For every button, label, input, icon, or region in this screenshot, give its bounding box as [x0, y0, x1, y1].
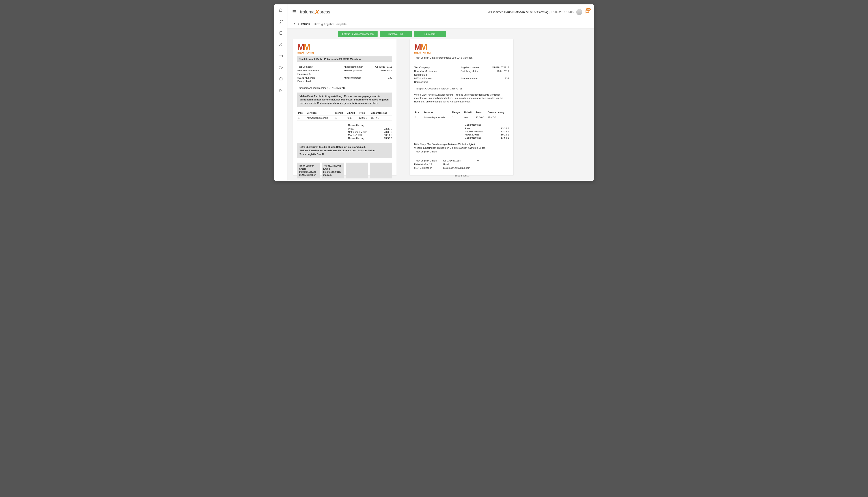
action-bar: Entwurf in Vorschau ansehen Vorschau PDF…	[288, 29, 594, 39]
sidebar-users[interactable]	[274, 39, 287, 50]
footer-text-field[interactable]: Bitte überprüfen Sie die obigen Daten au…	[297, 143, 392, 158]
hamburger-icon	[292, 9, 297, 14]
welcome-text: Willkommen Boris Olofsson heute ist Sams…	[488, 10, 574, 14]
footer-box-1[interactable]: Truck Logistik GmbHPetzetstraße, 2981245…	[297, 162, 320, 179]
svg-point-7	[280, 68, 280, 69]
meta-block: Angebotsnummer:OF4181572715 Erstellungsd…	[344, 65, 392, 83]
card-icon	[279, 54, 283, 58]
items-table: Pos.ServicesMengeEinheitPreisGesamtbetra…	[297, 110, 392, 120]
footer-contact: Truck Logistik GmbHPetzetstraße, 2981245…	[414, 159, 509, 170]
document-preview: MM maximoving Truck Logistik GmbH Petzet…	[410, 39, 513, 175]
briefcase-icon	[279, 77, 283, 81]
grid-icon	[279, 19, 283, 24]
brand-logo[interactable]: tralumaXpress	[300, 9, 330, 15]
svg-point-4	[280, 43, 281, 44]
table-row: 1Aufwandspauschale1Item13,00 €15,47 €	[414, 115, 509, 120]
sidebar-jobs[interactable]	[274, 73, 287, 85]
company-logo: MM maximoving	[297, 44, 392, 54]
back-label: ZURÜCK	[298, 23, 311, 26]
company-logo: MM maximoving	[414, 44, 509, 54]
svg-point-12	[281, 90, 282, 91]
back-button[interactable]: ZURÜCK	[293, 23, 311, 26]
page-number: Seite 1 von 1	[414, 174, 509, 177]
brand-x: X	[315, 9, 319, 15]
page-title: Umzug Angebot Template	[314, 23, 347, 26]
svg-rect-1	[281, 20, 282, 22]
subheader: ZURÜCK Umzug Angebot Template	[288, 20, 594, 29]
svg-rect-5	[279, 55, 282, 57]
sidebar-settings[interactable]	[274, 85, 287, 96]
svg-rect-3	[280, 31, 282, 34]
topbar: tralumaXpress Willkommen Boris Olofsson …	[288, 4, 594, 20]
notif-badge: 269	[586, 8, 591, 11]
truck-icon	[279, 65, 283, 70]
recipient-block: Test Company Herr Max Musterman Isatorpl…	[414, 66, 437, 84]
brand-post: press	[319, 10, 330, 15]
document-template: MM maximoving Truck Logistik GmbH Petzet…	[293, 39, 396, 175]
transport-number: Transport Angebotsnummer: OF4181572715	[414, 87, 509, 90]
menu-toggle[interactable]	[292, 9, 297, 15]
sidebar-payments[interactable]	[274, 50, 287, 62]
clipboard-icon	[279, 31, 283, 35]
sender-address-field[interactable]: Truck Logistik GmbH Petzetstraße 29 8124…	[297, 56, 392, 62]
footer-boxes: Truck Logistik GmbHPetzetstraße, 2981245…	[297, 162, 392, 179]
sidebar-trucks[interactable]	[274, 62, 287, 73]
sidebar	[274, 4, 288, 181]
user-avatar[interactable]	[576, 9, 582, 15]
content-area: MM maximoving Truck Logistik GmbH Petzet…	[288, 39, 594, 181]
items-table: Pos.ServicesMengeEinheitPreisGesamtbetra…	[414, 110, 509, 120]
recipient-block[interactable]: Test Company Herr Max Musterman Isatorpl…	[297, 65, 320, 83]
svg-rect-6	[279, 67, 281, 68]
user-icon	[279, 42, 283, 47]
thanks-text-field[interactable]: Vielen Dank für die Auftragserteilung. F…	[297, 93, 392, 107]
footer-box-4[interactable]	[370, 162, 392, 179]
sidebar-home[interactable]	[274, 4, 287, 16]
save-button[interactable]: Speichern	[414, 31, 446, 37]
svg-point-11	[280, 89, 281, 90]
svg-point-8	[281, 68, 282, 69]
notifications[interactable]: 269	[585, 10, 589, 15]
preview-pdf-button[interactable]: Vorschau PDF	[380, 31, 412, 37]
chevron-left-icon	[293, 23, 296, 26]
thanks-text: Vielen Dank für die Auftragserteilung. F…	[414, 93, 509, 103]
draft-preview-button[interactable]: Entwurf in Vorschau ansehen	[338, 31, 378, 37]
totals-block: Gesamtbetrag Preis73,36 € Netto ohne MwS…	[465, 123, 509, 139]
footer-box-2[interactable]: Tel: 01716471968Email:b.olofsson@traluma…	[322, 162, 344, 179]
svg-rect-9	[279, 78, 282, 80]
table-row: 1Aufwandspauschale1Item13,00 €15,47 €	[297, 115, 392, 120]
meta-block: Angebotsnummer:OF4181572715 Erstellungsd…	[460, 66, 509, 84]
totals-block: Gesamtbetrag Preis73,36 € Netto ohne MwS…	[348, 124, 392, 140]
sidebar-dashboard[interactable]	[274, 16, 287, 27]
svg-rect-0	[279, 20, 280, 22]
footer-box-3[interactable]	[346, 162, 368, 179]
home-icon	[279, 8, 283, 12]
footer-text: Bitte überprüfen Sie die obigen Daten au…	[414, 143, 509, 154]
sidebar-clipboard[interactable]	[274, 27, 287, 39]
sender-address: Truck Logistik GmbH Petzetstraße 29 8124…	[414, 56, 509, 59]
svg-rect-2	[279, 22, 280, 23]
sliders-icon	[279, 88, 283, 93]
svg-point-10	[279, 90, 280, 91]
transport-number: Transport Angebotsnummer: OF4181572715	[297, 87, 392, 89]
brand-pre: traluma	[300, 10, 315, 15]
